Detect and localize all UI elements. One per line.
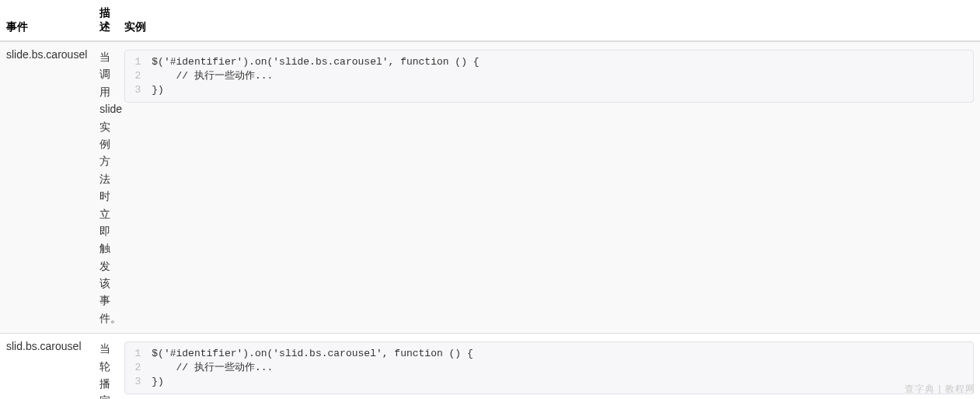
- code-text: // 执行一些动作...: [148, 69, 973, 83]
- code-line: 1$('#identifier').on('slid.bs.carousel',…: [125, 347, 973, 361]
- events-table: 事件 描述 实例 slide.bs.carousel 当调用 slide 实例方…: [0, 0, 980, 399]
- event-name-cell: slid.bs.carousel: [0, 334, 93, 399]
- event-name-cell: slide.bs.carousel: [0, 41, 93, 334]
- table-row: slid.bs.carousel 当轮播完成幻灯片过渡效果时触发该事件。 1$(…: [0, 334, 980, 399]
- event-example-cell: 1$('#identifier').on('slid.bs.carousel',…: [118, 334, 980, 399]
- header-desc: 描述: [93, 0, 118, 41]
- line-number: 1: [125, 55, 148, 69]
- line-number: 2: [125, 69, 148, 83]
- event-example-cell: 1$('#identifier').on('slide.bs.carousel'…: [118, 41, 980, 334]
- code-text: $('#identifier').on('slid.bs.carousel', …: [148, 347, 973, 361]
- line-number: 3: [125, 375, 148, 389]
- code-block: 1$('#identifier').on('slid.bs.carousel',…: [124, 341, 974, 394]
- header-event: 事件: [0, 0, 93, 41]
- code-text: }): [148, 375, 973, 389]
- line-number: 1: [125, 347, 148, 361]
- event-desc-cell: 当调用 slide 实例方法时立即触发该事件。: [93, 41, 118, 334]
- code-block: 1$('#identifier').on('slide.bs.carousel'…: [124, 50, 974, 103]
- table-row: slide.bs.carousel 当调用 slide 实例方法时立即触发该事件…: [0, 41, 980, 334]
- code-line: 3}): [125, 83, 973, 97]
- code-line: 2 // 执行一些动作...: [125, 69, 973, 83]
- code-line: 2 // 执行一些动作...: [125, 361, 973, 375]
- table-header-row: 事件 描述 实例: [0, 0, 980, 41]
- code-line: 3}): [125, 375, 973, 389]
- code-line: 1$('#identifier').on('slide.bs.carousel'…: [125, 55, 973, 69]
- line-number: 2: [125, 361, 148, 375]
- code-text: // 执行一些动作...: [148, 361, 973, 375]
- code-text: $('#identifier').on('slide.bs.carousel',…: [148, 55, 973, 69]
- code-text: }): [148, 83, 973, 97]
- header-example: 实例: [118, 0, 980, 41]
- event-desc-cell: 当轮播完成幻灯片过渡效果时触发该事件。: [93, 334, 118, 399]
- line-number: 3: [125, 83, 148, 97]
